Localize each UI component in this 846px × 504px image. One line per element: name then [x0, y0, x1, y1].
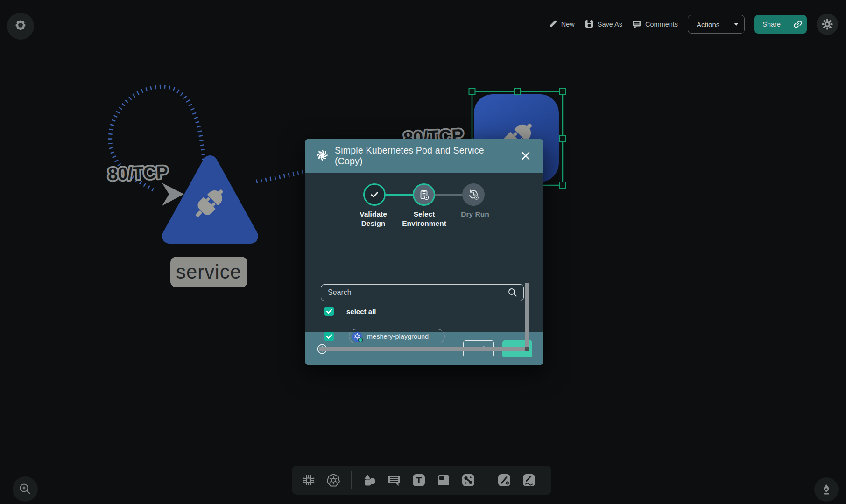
environment-checkbox[interactable]	[324, 332, 334, 341]
comments-button[interactable]: Comments	[632, 19, 678, 30]
deploy-design-modal: Simple Kubernetes Pod and Service (Copy)	[305, 139, 543, 365]
text-tool-icon[interactable]	[412, 473, 426, 487]
search-icon	[508, 287, 518, 298]
modal-body: Validate Design Select Environment Dry R…	[305, 173, 543, 332]
kubernetes-icon	[352, 331, 363, 342]
modal-header: Simple Kubernetes Pod and Service (Copy)	[305, 139, 543, 173]
pen-nib-icon	[820, 483, 833, 496]
select-all-checkbox[interactable]	[324, 307, 334, 316]
edge-label-port: 80/TCP	[107, 162, 168, 184]
connected-status-dot	[359, 338, 363, 342]
environment-search	[321, 284, 524, 301]
save-icon	[585, 19, 594, 30]
link-icon	[793, 20, 803, 29]
modal-title: Simple Kubernetes Pod and Service (Copy)	[335, 145, 513, 167]
share-label: Share	[754, 15, 789, 34]
horizontal-scrollbar[interactable]	[319, 347, 525, 351]
save-as-label: Save As	[598, 21, 622, 28]
zoom-in-button[interactable]	[13, 476, 38, 502]
pen-tool-icon[interactable]	[497, 473, 511, 487]
deploy-stepper	[363, 183, 485, 206]
kubernetes-icon[interactable]	[326, 473, 340, 487]
actions-label: Actions	[688, 15, 728, 33]
handle-top-mid[interactable]	[515, 89, 521, 95]
handle-bottom-right[interactable]	[560, 182, 566, 188]
actions-caret-button[interactable]	[728, 15, 744, 33]
history-gear-icon	[467, 189, 479, 201]
handle-right-mid[interactable]	[560, 135, 566, 141]
step-select-environment	[413, 183, 435, 206]
share-button[interactable]: Share	[754, 15, 807, 34]
check-icon	[325, 333, 333, 340]
stepper-labels: Validate Design Select Environment Dry R…	[348, 210, 501, 228]
environment-row: meshery-playground	[324, 329, 445, 343]
doodle-tool-icon[interactable]	[522, 473, 536, 487]
clipboard-gear-icon	[418, 189, 430, 201]
handle-top-right[interactable]	[560, 89, 566, 95]
meshery-design-canvas-app: 80/TCP 80/TCP service New	[0, 0, 846, 504]
pen-mode-button[interactable]	[814, 477, 839, 502]
environment-name: meshery-playground	[367, 333, 429, 340]
step-label-select-environment: Select Environment	[399, 210, 450, 228]
service-node-label: service	[176, 261, 241, 283]
dock-divider	[351, 471, 352, 489]
step-validate-design	[363, 183, 386, 206]
step-label-dry-run: Dry Run	[450, 210, 501, 228]
connect-tool-icon[interactable]	[461, 473, 475, 487]
dock-divider	[486, 471, 486, 489]
comments-icon	[632, 19, 642, 30]
new-button[interactable]: New	[548, 19, 575, 30]
caret-down-icon	[734, 23, 739, 26]
step-label-validate-design: Validate Design	[348, 210, 399, 228]
stepper-connector	[435, 194, 462, 196]
pencil-icon	[548, 19, 557, 30]
select-all-row: select all	[324, 307, 376, 316]
vertical-scrollbar[interactable]	[525, 283, 529, 347]
handle-top-left[interactable]	[469, 89, 475, 95]
flower-logo-icon	[14, 18, 28, 34]
stepper-connector	[386, 194, 413, 196]
save-as-button[interactable]: Save As	[585, 19, 622, 30]
meshery-logo-icon	[316, 149, 329, 163]
comments-label: Comments	[645, 21, 678, 28]
check-icon	[325, 308, 333, 315]
copy-link-button[interactable]	[789, 15, 807, 34]
component-icon[interactable]	[302, 473, 316, 487]
scrollbar-corner	[525, 347, 529, 351]
search-input[interactable]	[327, 288, 508, 297]
new-label: New	[561, 21, 575, 28]
step-dry-run	[462, 183, 485, 206]
check-icon	[369, 189, 380, 200]
comment-tool-icon[interactable]	[387, 473, 401, 487]
environment-chip[interactable]: meshery-playground	[349, 329, 445, 343]
canvas-tool-dock	[292, 466, 551, 495]
select-all-label: select all	[346, 308, 376, 315]
service-triangle-node[interactable]	[169, 163, 251, 236]
close-icon	[521, 151, 530, 161]
actions-dropdown-button[interactable]: Actions	[688, 15, 745, 34]
settings-button[interactable]	[817, 14, 838, 35]
zoom-in-icon	[18, 482, 32, 496]
app-logo-button[interactable]	[7, 13, 34, 40]
close-button[interactable]	[519, 149, 532, 162]
gear-icon	[821, 18, 833, 30]
shapes-icon[interactable]	[362, 473, 376, 487]
top-toolbar: New Save As Comments	[548, 14, 838, 34]
image-tool-icon[interactable]	[437, 473, 451, 487]
